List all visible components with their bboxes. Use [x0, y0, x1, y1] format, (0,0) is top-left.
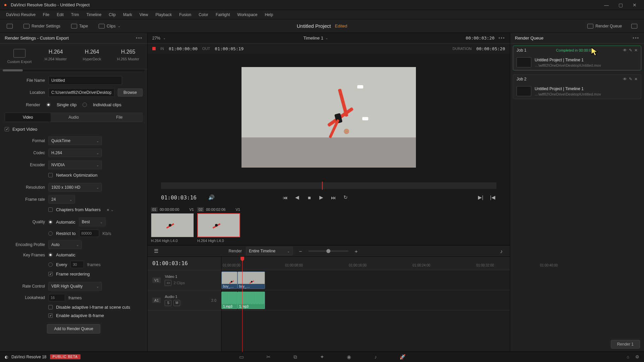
menu-fairlight[interactable]: Fairlight: [212, 11, 233, 18]
job-2[interactable]: Job 2 👁✎✕ Untitled Project | Timeline 1……: [513, 74, 641, 99]
preset-h264[interactable]: H.264H.264 Master: [39, 48, 72, 65]
video-enable-icon[interactable]: ▭: [165, 280, 171, 286]
playhead[interactable]: [242, 257, 243, 352]
menu-trim[interactable]: Trim: [68, 11, 83, 18]
edit-job-icon[interactable]: ✎: [629, 48, 632, 53]
tab-file[interactable]: File: [97, 113, 142, 122]
kf-input[interactable]: [70, 261, 84, 268]
menu-edit[interactable]: Edit: [53, 11, 67, 18]
edit-job-icon[interactable]: ✎: [629, 77, 632, 81]
audio-track-header[interactable]: A1 Audio 1SM 2.0: [148, 290, 221, 310]
viewer-scrubber[interactable]: [161, 182, 496, 189]
loop-icon[interactable]: ↻: [342, 194, 349, 201]
individual-clips-radio[interactable]: [83, 103, 87, 107]
remove-job-icon[interactable]: ✕: [634, 77, 638, 81]
queue-menu-icon[interactable]: •••: [633, 36, 639, 41]
encoder-select[interactable]: NVIDIA⌄: [48, 161, 102, 169]
menu-view[interactable]: View: [136, 11, 152, 18]
network-opt-check[interactable]: [48, 173, 53, 177]
remove-job-icon[interactable]: ✕: [634, 48, 638, 53]
next-frame-icon[interactable]: ⏭: [330, 194, 337, 201]
preset-scrollbar[interactable]: [3, 69, 145, 71]
ratecontrol-select[interactable]: VBR High Quality⌄: [48, 282, 102, 291]
deliver-page-icon[interactable]: 🚀: [399, 354, 406, 360]
codec-select[interactable]: H.264⌄: [48, 148, 102, 157]
kf-every-radio[interactable]: [48, 262, 53, 267]
location-input[interactable]: [48, 88, 114, 97]
export-video-check[interactable]: [5, 127, 9, 131]
preset-hyperdeck[interactable]: H.264HyperDeck: [75, 48, 109, 65]
lookahead-input[interactable]: [48, 294, 65, 301]
audio-meter-icon[interactable]: ♪: [498, 247, 505, 255]
zoom-dropdown[interactable]: 27%⌄: [152, 36, 166, 41]
zoom-in-icon[interactable]: +: [353, 247, 360, 255]
fullscreen-button[interactable]: [4, 22, 15, 30]
frame-reorder-check[interactable]: [48, 272, 53, 276]
resolution-select[interactable]: 644 x 362 HD⌄: [48, 183, 102, 192]
settings-icon[interactable]: ⚙: [635, 354, 639, 359]
first-frame-icon[interactable]: ⏮: [281, 194, 289, 201]
prev-frame-icon[interactable]: ◀: [293, 194, 301, 201]
panel-menu-icon[interactable]: •••: [136, 36, 143, 41]
timeline-name-dropdown[interactable]: Timeline 1⌄: [303, 36, 328, 41]
audio-track-lane[interactable]: 1.mp3 1.mp3: [221, 290, 510, 310]
home-icon[interactable]: ⌂: [627, 354, 629, 359]
restrict-input[interactable]: [79, 230, 99, 237]
cut-page-icon[interactable]: ✂: [265, 354, 272, 360]
video-viewer[interactable]: [148, 54, 510, 181]
menu-davinci[interactable]: DaVinci Resolve: [3, 11, 39, 18]
tape-button[interactable]: Tape: [68, 22, 91, 30]
browse-button[interactable]: Browse: [118, 88, 143, 97]
menu-workspace[interactable]: Workspace: [234, 11, 261, 18]
preset-custom[interactable]: Custom Export: [3, 48, 36, 65]
zoom-out-icon[interactable]: −: [297, 247, 304, 255]
fairlight-page-icon[interactable]: ♪: [372, 354, 379, 360]
clip-card-1[interactable]: 0100:00:00:00V1 H.264 High L4.0: [151, 207, 194, 243]
job-1[interactable]: Job 1 Completed in 00:00:01 👁✎✕ Untitled…: [513, 46, 641, 70]
timeline-view-icon[interactable]: ☰: [152, 247, 160, 255]
menu-help[interactable]: Help: [261, 11, 276, 18]
quality-auto-radio[interactable]: [48, 220, 53, 224]
render-settings-button[interactable]: Render Settings: [21, 22, 63, 30]
video-clip-1[interactable]: boy_…: [221, 272, 237, 289]
tab-audio[interactable]: Audio: [51, 113, 96, 122]
add-to-queue-button[interactable]: Add to Render Queue: [47, 324, 100, 334]
render-scope-select[interactable]: Entire Timeline⌄: [246, 247, 293, 255]
timeline-ruler[interactable]: 01:00:00:00 01:00:08:00 01:00:16:00 01:0…: [221, 257, 510, 270]
reveal-icon[interactable]: 👁: [623, 77, 627, 81]
kf-auto-radio[interactable]: [48, 253, 53, 257]
encprofile-select[interactable]: Auto⌄: [48, 240, 82, 249]
menu-color[interactable]: Color: [195, 11, 212, 18]
menu-timeline[interactable]: Timeline: [83, 11, 105, 18]
mark-in-icon[interactable]: ▶|: [477, 194, 484, 201]
edit-page-icon[interactable]: ⧉: [292, 354, 299, 360]
media-page-icon[interactable]: ▭: [238, 354, 245, 360]
minimize-button[interactable]: —: [600, 1, 613, 9]
video-track-header[interactable]: V1 Video 1▭2 Clips: [148, 270, 221, 290]
solo-button[interactable]: S: [165, 300, 171, 306]
mute-button[interactable]: M: [173, 300, 180, 306]
menu-clip[interactable]: Clip: [105, 11, 119, 18]
tab-video[interactable]: Video: [5, 113, 51, 122]
mark-out-icon[interactable]: |◀: [489, 194, 496, 201]
restrict-radio[interactable]: [48, 231, 53, 236]
reveal-icon[interactable]: 👁: [623, 48, 627, 53]
framerate-select[interactable]: 24⌄: [48, 195, 75, 204]
stop-icon[interactable]: ■: [306, 194, 313, 201]
render-button[interactable]: Render 1: [611, 340, 640, 349]
viewer-menu-icon[interactable]: •••: [498, 36, 505, 41]
play-icon[interactable]: ▶: [318, 194, 325, 201]
fusion-page-icon[interactable]: ✦: [319, 354, 325, 360]
clip-card-2[interactable]: 0200:00:02:06V1 H.264 High L4.0: [197, 207, 240, 243]
menu-fusion[interactable]: Fusion: [176, 11, 195, 18]
audio-clip-1[interactable]: 1.mp3: [221, 292, 237, 309]
chapters-check[interactable]: [48, 207, 53, 212]
maximize-button[interactable]: ▢: [614, 1, 627, 9]
quality-best-select[interactable]: Best⌄: [79, 218, 106, 226]
disable-i-check[interactable]: [48, 305, 53, 309]
color-page-icon[interactable]: ◉: [345, 354, 352, 360]
zoom-slider[interactable]: [308, 250, 348, 252]
enable-b-check[interactable]: [48, 313, 53, 318]
video-clip-2[interactable]: boy_…21827_…: [237, 272, 265, 289]
close-button[interactable]: ✕: [628, 1, 641, 9]
